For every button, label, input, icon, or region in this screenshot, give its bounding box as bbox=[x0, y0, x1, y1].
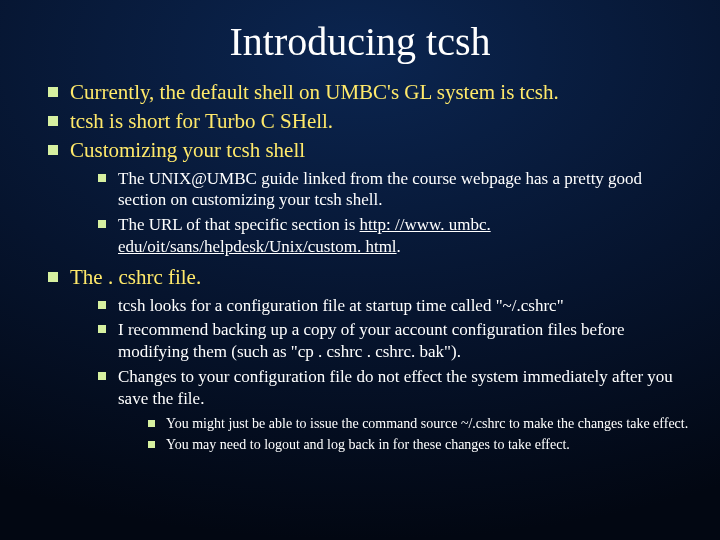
bullet-icon bbox=[98, 220, 106, 228]
bullet-text: The UNIX@UMBC guide linked from the cour… bbox=[118, 169, 642, 210]
bullet-icon bbox=[98, 325, 106, 333]
bullet-text: Currently, the default shell on UMBC's G… bbox=[70, 80, 559, 104]
sub-bullet: I recommend backing up a copy of your ac… bbox=[98, 319, 690, 363]
sub-bullet: tcsh looks for a configuration file at s… bbox=[98, 295, 690, 317]
bullet-text-post: . bbox=[397, 237, 401, 256]
bullet-text: The . cshrc file. bbox=[70, 265, 201, 289]
sub-sub-bullet: You may need to logout and log back in f… bbox=[148, 436, 690, 454]
bullet-3: Customizing your tcsh shell The UNIX@UMB… bbox=[48, 137, 690, 258]
sub-bullet: The URL of that specific section is http… bbox=[98, 214, 690, 258]
bullet-2: tcsh is short for Turbo C SHell. bbox=[48, 108, 690, 135]
bullet-icon bbox=[148, 420, 155, 427]
bullet-icon bbox=[48, 272, 58, 282]
bullet-icon bbox=[98, 372, 106, 380]
bullet-icon bbox=[48, 87, 58, 97]
slide-title: Introducing tcsh bbox=[30, 18, 690, 65]
bullet-text: I recommend backing up a copy of your ac… bbox=[118, 320, 625, 361]
bullet-icon bbox=[98, 174, 106, 182]
bullet-icon bbox=[98, 301, 106, 309]
sub-bullet: Changes to your configuration file do no… bbox=[98, 366, 690, 455]
sub-list: The UNIX@UMBC guide linked from the cour… bbox=[70, 168, 690, 258]
sub-bullet: The UNIX@UMBC guide linked from the cour… bbox=[98, 168, 690, 212]
bullet-list: Currently, the default shell on UMBC's G… bbox=[30, 79, 690, 455]
bullet-1: Currently, the default shell on UMBC's G… bbox=[48, 79, 690, 106]
bullet-text: tcsh is short for Turbo C SHell. bbox=[70, 109, 333, 133]
bullet-text: tcsh looks for a configuration file at s… bbox=[118, 296, 564, 315]
bullet-icon bbox=[148, 441, 155, 448]
bullet-text: You might just be able to issue the comm… bbox=[166, 416, 688, 431]
bullet-text-pre: The URL of that specific section is bbox=[118, 215, 360, 234]
sub-list: tcsh looks for a configuration file at s… bbox=[70, 295, 690, 455]
bullet-text: Changes to your configuration file do no… bbox=[118, 367, 673, 408]
bullet-icon bbox=[48, 116, 58, 126]
sub-sub-bullet: You might just be able to issue the comm… bbox=[148, 415, 690, 433]
slide: Introducing tcsh Currently, the default … bbox=[0, 0, 720, 455]
bullet-icon bbox=[48, 145, 58, 155]
bullet-text: You may need to logout and log back in f… bbox=[166, 437, 570, 452]
bullet-4: The . cshrc file. tcsh looks for a confi… bbox=[48, 264, 690, 455]
bullet-text: Customizing your tcsh shell bbox=[70, 138, 305, 162]
sub-sub-list: You might just be able to issue the comm… bbox=[118, 415, 690, 454]
